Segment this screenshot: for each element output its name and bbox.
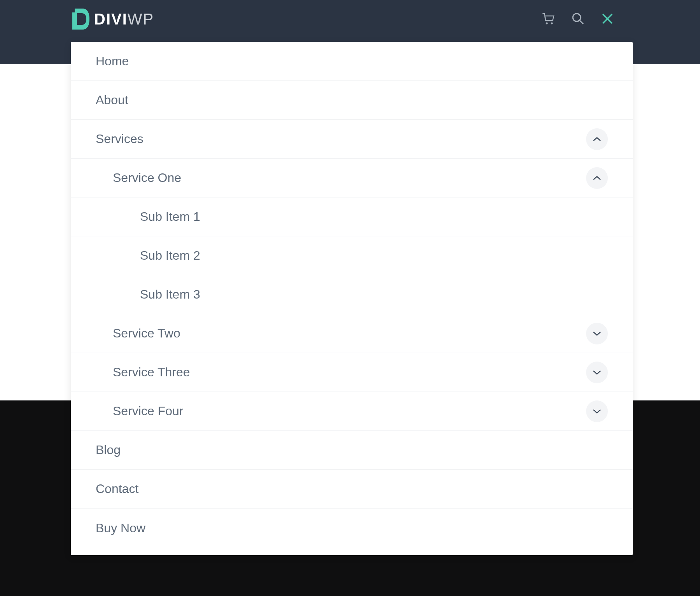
chevron-up-icon [593, 136, 601, 142]
search-icon[interactable] [571, 12, 585, 26]
menu-item-contact[interactable]: Contact [71, 470, 633, 509]
menu-label: About [96, 93, 128, 107]
chevron-down-icon [593, 331, 601, 336]
menu-label: Service Three [113, 365, 190, 379]
menu-item-services[interactable]: Services [71, 120, 633, 159]
chevron-down-icon [593, 409, 601, 414]
menu-item-blog[interactable]: Blog [71, 431, 633, 470]
chevron-down-icon [593, 370, 601, 375]
menu-label: Sub Item 1 [140, 210, 200, 224]
logo-text-a: DIVI [94, 10, 128, 28]
menu-label: Sub Item 2 [140, 248, 200, 263]
menu-item-service-three[interactable]: Service Three [71, 353, 633, 392]
svg-rect-0 [71, 8, 75, 12]
site-logo[interactable]: DIVIWP [71, 8, 154, 30]
menu-item-service-four[interactable]: Service Four [71, 392, 633, 431]
menu-label: Blog [96, 443, 121, 457]
menu-item-service-one[interactable]: Service One [71, 159, 633, 198]
svg-line-4 [580, 21, 583, 24]
mobile-menu-panel: Home About Services Service One Sub Item… [71, 42, 633, 555]
menu-label: Service Two [113, 326, 180, 341]
menu-label: Services [96, 132, 144, 146]
close-menu-icon[interactable] [600, 12, 614, 26]
svg-point-1 [546, 23, 548, 24]
svg-point-3 [573, 14, 581, 21]
menu-label: Buy Now [96, 521, 145, 535]
collapse-toggle[interactable] [586, 128, 608, 150]
menu-label: Service One [113, 171, 181, 185]
menu-item-sub-item-2[interactable]: Sub Item 2 [71, 236, 633, 275]
expand-toggle[interactable] [586, 323, 608, 344]
header-icons [541, 12, 614, 26]
expand-toggle[interactable] [586, 400, 608, 422]
menu-label: Service Four [113, 404, 183, 418]
menu-label: Sub Item 3 [140, 287, 200, 302]
expand-toggle[interactable] [586, 362, 608, 383]
menu-item-home[interactable]: Home [71, 42, 633, 81]
chevron-up-icon [593, 175, 601, 181]
menu-item-about[interactable]: About [71, 81, 633, 120]
logo-text: DIVIWP [94, 10, 154, 28]
menu-item-service-two[interactable]: Service Two [71, 314, 633, 353]
menu-label: Contact [96, 482, 138, 496]
collapse-toggle[interactable] [586, 167, 608, 189]
menu-label: Home [96, 54, 129, 68]
menu-item-sub-item-1[interactable]: Sub Item 1 [71, 198, 633, 236]
logo-mark-icon [71, 8, 90, 30]
menu-item-buy-now[interactable]: Buy Now [71, 509, 633, 547]
menu-item-sub-item-3[interactable]: Sub Item 3 [71, 275, 633, 314]
logo-text-b: WP [128, 10, 154, 28]
svg-point-2 [551, 23, 553, 24]
cart-icon[interactable] [541, 12, 555, 26]
